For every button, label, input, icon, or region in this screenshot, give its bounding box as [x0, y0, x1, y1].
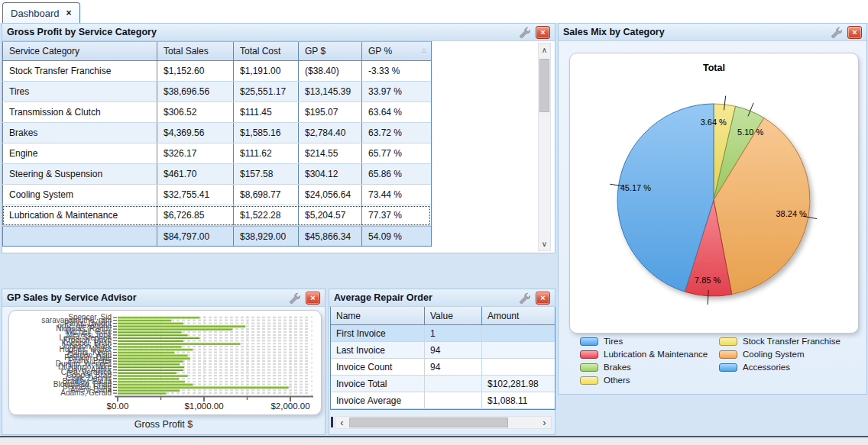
table-cell: $157.58: [234, 164, 299, 184]
column-header-gp-percent[interactable]: GP % △: [362, 42, 431, 60]
column-header-total-cost[interactable]: Total Cost: [234, 42, 299, 60]
table-cell: $2,784.40: [299, 123, 362, 143]
tab-close-icon[interactable]: ×: [66, 8, 72, 18]
column-header-name[interactable]: Name: [331, 307, 425, 324]
table-cell: 94: [425, 359, 482, 375]
bar[interactable]: [118, 322, 183, 324]
close-button[interactable]: ×: [847, 26, 862, 39]
bar[interactable]: [118, 331, 182, 334]
legend-item: Stock Transfer Franchise: [719, 337, 840, 346]
scrollbar-thumb[interactable]: [539, 59, 549, 112]
vertical-scrollbar[interactable]: ∧ ∨: [538, 43, 551, 251]
table-cell: $111.62: [234, 143, 299, 163]
bar[interactable]: [118, 366, 184, 368]
gross-profit-rows: Stock Transfer Franchise$1,152.60$1,191.…: [2, 61, 431, 247]
table-row[interactable]: Last Invoice94: [331, 342, 555, 359]
x-tick-label: $2,000.00: [270, 401, 309, 411]
bar[interactable]: [118, 354, 188, 356]
legend-swatch: [580, 376, 598, 385]
bar[interactable]: [118, 337, 199, 339]
bar[interactable]: [118, 363, 180, 366]
bar[interactable]: [118, 328, 232, 331]
scrollbar-thumb[interactable]: [349, 418, 508, 427]
column-header-amount[interactable]: Amount: [482, 307, 555, 324]
bar[interactable]: [118, 369, 183, 371]
table-row[interactable]: Invoice Count94: [331, 359, 555, 376]
panel-average-repair-order: Average Repair Order × Name Value Amount…: [329, 289, 555, 435]
bar[interactable]: [118, 386, 289, 389]
wrench-icon[interactable]: [519, 292, 530, 304]
wrench-icon[interactable]: [519, 27, 530, 38]
bar[interactable]: [118, 351, 175, 353]
horizontal-scrollbar[interactable]: ‹ ›: [335, 416, 552, 429]
table-row[interactable]: Lubrication & Maintenance$6,726.85$1,522…: [2, 205, 431, 226]
scroll-down-button[interactable]: ∨: [539, 237, 550, 250]
bar[interactable]: [118, 380, 185, 382]
wrench-icon[interactable]: [831, 27, 842, 38]
bar[interactable]: [118, 334, 188, 336]
bar[interactable]: [118, 325, 245, 327]
legend-item: Brakes: [580, 363, 719, 372]
close-button[interactable]: ×: [536, 292, 550, 305]
legend-label: Others: [604, 376, 630, 385]
table-row[interactable]: Cooling System$32,755.41$8,698.77$24,056…: [2, 185, 431, 205]
table-cell: Steering & Suspension: [2, 164, 157, 184]
table-cell: 33.97 %: [362, 82, 431, 102]
panel-title: Average Repair Order: [334, 292, 432, 303]
table-cell: $1,191.00: [234, 61, 299, 81]
app-window: Dashboard × Gross Profit by Service Cate…: [0, 0, 868, 445]
pie-value-label: 5.10 %: [737, 127, 763, 137]
table-row[interactable]: Transmission & Clutch$306.52$111.45$195.…: [2, 102, 431, 123]
table-row[interactable]: First Invoice1: [331, 325, 555, 342]
column-header-service-category[interactable]: Service Category: [2, 42, 157, 60]
table-cell: [2, 227, 157, 246]
scroll-up-button[interactable]: ∧: [539, 44, 550, 56]
table-row[interactable]: Stock Transfer Franchise$1,152.60$1,191.…: [2, 61, 431, 82]
scroll-right-button[interactable]: ›: [538, 417, 551, 428]
table-cell: -3.33 %: [362, 61, 431, 81]
table-row[interactable]: Brakes$4,369.56$1,585.16$2,784.4063.72 %: [2, 123, 431, 143]
bar[interactable]: [118, 357, 190, 360]
bar[interactable]: [118, 392, 166, 395]
table-cell: $195.07: [299, 102, 362, 122]
wrench-icon[interactable]: [289, 292, 300, 304]
pie-value-label: 7.85 %: [695, 276, 721, 285]
column-header-value[interactable]: Value: [425, 307, 482, 324]
bar[interactable]: [118, 343, 240, 345]
bar[interactable]: [118, 389, 180, 392]
column-header-total-sales[interactable]: Total Sales: [157, 42, 234, 60]
bar[interactable]: [118, 340, 183, 342]
table-row[interactable]: Invoice Total$102,281.98: [331, 376, 555, 392]
bar[interactable]: [118, 360, 183, 363]
bar[interactable]: [118, 346, 182, 348]
table-total-row: $84,797.00$38,929.00$45,866.3454.09 %: [2, 226, 431, 247]
legend-column: Stock Transfer FranchiseCooling SystemAc…: [719, 337, 840, 385]
bar-chart-card: $0.00$1,000.00$2,000.00 Spencer, Sidsara…: [8, 310, 322, 415]
table-row[interactable]: Invoice Average$1,088.11: [331, 392, 555, 409]
panel-header: GP Sales by Service Advisor ×: [2, 289, 325, 307]
x-tick-label: $1,000.00: [184, 401, 223, 411]
close-button[interactable]: ×: [306, 292, 320, 305]
bar[interactable]: [118, 372, 177, 374]
tab-dashboard[interactable]: Dashboard ×: [2, 2, 80, 23]
table-row[interactable]: Tires$38,696.56$25,551.17$13,145.3933.97…: [2, 82, 431, 102]
legend-swatch: [719, 337, 737, 346]
table-cell: $13,145.39: [299, 82, 362, 102]
bar[interactable]: [118, 348, 193, 350]
gross-profit-table: Service Category Total Sales Total Cost …: [2, 41, 432, 247]
average-repair-order-table: Name Value Amount First Invoice1Last Inv…: [330, 307, 555, 410]
bar[interactable]: [118, 317, 199, 319]
table-cell: ($38.40): [299, 61, 362, 81]
legend-item: Tires: [580, 337, 719, 346]
table-cell: $1,088.11: [482, 392, 555, 408]
table-row[interactable]: Engine$326.17$111.62$214.5565.77 %: [2, 143, 431, 164]
bar[interactable]: [118, 383, 193, 385]
bar[interactable]: [118, 319, 171, 321]
scroll-left-button[interactable]: ‹: [335, 417, 348, 428]
bar[interactable]: [118, 378, 179, 380]
column-header-gp-dollars[interactable]: GP $: [299, 42, 362, 60]
table-cell: $8,698.77: [234, 185, 299, 205]
close-button[interactable]: ×: [536, 26, 550, 39]
table-row[interactable]: Steering & Suspension$461.70$157.58$304.…: [2, 164, 431, 185]
bar[interactable]: [118, 375, 188, 377]
